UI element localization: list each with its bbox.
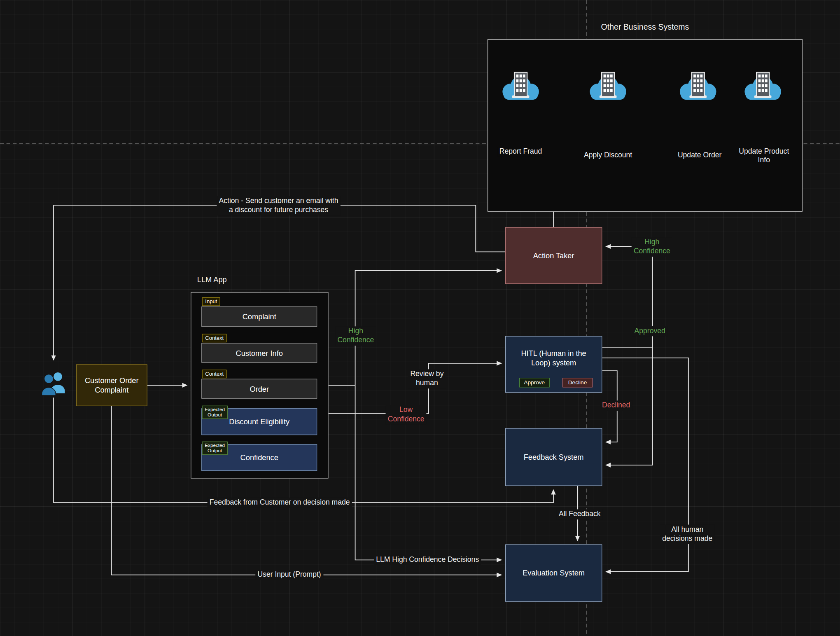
action-taker-node[interactable]: Action Taker [505,227,602,284]
edge-label-high-confidence-right: High Confidence [632,237,672,257]
customer-info-label: Customer Info [236,348,282,357]
system-label-update-order: Update Order [676,150,723,160]
edge-label-llm-high-confidence: LLM High Confidence Decisions [374,555,481,565]
other-business-systems-group[interactable] [488,39,803,212]
expected-output-tag: Expected Output [202,442,227,455]
evaluation-system-label: Evaluation System [523,568,585,578]
edge-label-user-input: User Input (Prompt) [255,570,323,580]
feedback-system-node[interactable]: Feedback System [505,428,602,486]
system-label-apply-discount: Apply Discount [582,150,634,160]
expected-output-tag: Expected Output [202,406,227,419]
edge-label-all-human-decisions: All human decisions made [660,525,714,544]
complaint-label: Complaint [243,312,276,321]
order-label: Order [250,384,269,393]
edge-label-feedback-from-customer: Feedback from Customer on decision made [208,498,352,508]
llm-app-title: LLM App [197,276,227,284]
edge-label-declined: Declined [600,400,632,411]
action-taker-label: Action Taker [533,251,574,261]
input-tag: Input [202,297,220,306]
discount-eligibility-label: Discount Eligibility [229,417,289,426]
edge-label-all-feedback: All Feedback [557,509,603,519]
cloud-building-icon [588,66,628,105]
edge-label-action-email: Action - Send customer an email with a d… [217,196,340,215]
context-tag: Context [202,334,226,342]
other-business-systems-title: Other Business Systems [601,22,689,31]
customer-info-field[interactable]: Customer Info [201,343,317,362]
edge-label-high-confidence-left: High Confidence [335,326,376,346]
customers-icon[interactable] [41,370,66,397]
feedback-system-label: Feedback System [524,452,584,462]
cloud-building-icon [678,66,719,105]
context-tag: Context [202,370,226,378]
complaint-field[interactable]: Complaint [201,306,317,327]
hitl-node[interactable]: HITL (Human in the Loop) system Approve … [505,336,602,393]
order-field[interactable]: Order [201,379,317,399]
cloud-building-icon [500,66,541,105]
diagram-canvas: Other Business Systems Report Fraud Appl… [0,0,840,636]
edge-label-approved: Approved [632,326,667,337]
edge-label-low-confidence: Low Confidence [386,405,427,425]
customer-order-complaint-node[interactable]: Customer Order Complaint [76,365,147,406]
system-label-report-fraud: Report Fraud [498,147,544,157]
approve-button[interactable]: Approve [519,378,550,387]
confidence-label: Confidence [240,453,278,462]
evaluation-system-node[interactable]: Evaluation System [505,545,602,602]
customer-order-complaint-label: Customer Order Complaint [85,376,139,395]
hitl-label: HITL (Human in the Loop) system [506,348,602,367]
decline-button[interactable]: Decline [562,378,593,387]
system-label-update-product-info: Update Product Info [737,147,791,165]
cloud-building-icon [742,66,783,105]
edge-label-review-by-human: Review by human [408,369,446,388]
